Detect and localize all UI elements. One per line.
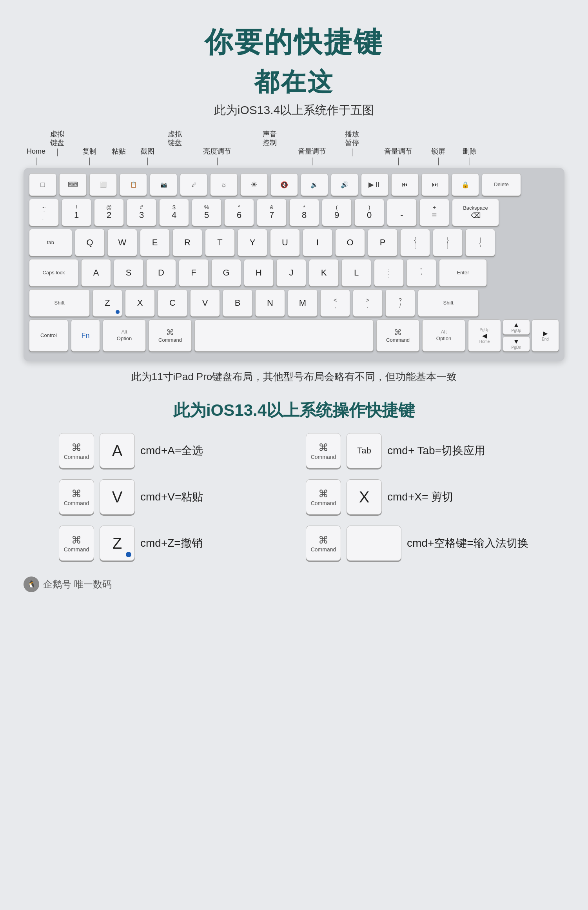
key-option-right[interactable]: Alt Option <box>422 319 465 352</box>
key-c[interactable]: C <box>158 289 187 317</box>
key-y[interactable]: Y <box>238 229 267 256</box>
key-play-pause[interactable]: ▶⏸ <box>361 173 388 196</box>
key-0[interactable]: )0 <box>354 199 384 226</box>
key-semicolon[interactable]: :; <box>374 259 404 286</box>
key-fn[interactable]: Fn <box>71 319 100 352</box>
key-1[interactable]: !1 <box>62 199 91 226</box>
main-title: 你要的快捷键 <box>24 24 564 61</box>
key-a[interactable]: A <box>81 259 111 286</box>
key-l[interactable]: L <box>341 259 371 286</box>
key-2[interactable]: @2 <box>94 199 124 226</box>
key-4[interactable]: $4 <box>159 199 189 226</box>
key-down[interactable]: ▼PgDn <box>503 336 530 352</box>
key-n[interactable]: N <box>255 289 285 317</box>
key-i[interactable]: I <box>303 229 332 256</box>
key-option-left[interactable]: Alt Option <box>103 319 146 352</box>
sc-key-cmd-5[interactable]: ⌘ Command <box>59 526 94 561</box>
key-lock[interactable]: 🔒 <box>452 173 479 196</box>
label-sound: 声音 控制 <box>263 130 277 156</box>
key-t[interactable]: T <box>205 229 235 256</box>
shortcut-cmd-a: ⌘ Command A cmd+A=全选 <box>59 433 282 468</box>
key-shift-left[interactable]: Shift <box>29 289 90 317</box>
key-prev-track[interactable]: ⏮ <box>391 173 419 196</box>
shortcut-cmd-v: ⌘ Command V cmd+V=粘贴 <box>59 479 282 515</box>
key-minus[interactable]: —- <box>387 199 417 226</box>
key-tilde[interactable]: ~ ` 、 <box>29 199 59 226</box>
key-control[interactable]: Control <box>29 319 68 352</box>
key-u[interactable]: U <box>270 229 300 256</box>
sc-key-x[interactable]: X <box>347 479 382 515</box>
key-s[interactable]: S <box>114 259 143 286</box>
key-f[interactable]: F <box>179 259 209 286</box>
key-9[interactable]: (9 <box>322 199 352 226</box>
key-j[interactable]: J <box>276 259 306 286</box>
key-end[interactable]: ▶ End <box>532 319 559 352</box>
sc-key-cmd-4[interactable]: ⌘ Command <box>306 479 341 515</box>
key-quote[interactable]: "' <box>407 259 436 286</box>
key-e[interactable]: E <box>140 229 170 256</box>
key-next-track[interactable]: ⏭ <box>421 173 449 196</box>
key-enter[interactable]: Enter <box>439 259 487 286</box>
sc-desc-z: cmd+Z=撤销 <box>140 536 203 551</box>
key-brightness-down[interactable]: ☼ <box>210 173 238 196</box>
sc-key-cmd-2[interactable]: ⌘ Command <box>306 433 341 468</box>
key-paste[interactable]: 📋 <box>120 173 147 196</box>
label-home: Home <box>27 147 45 165</box>
key-p[interactable]: P <box>368 229 397 256</box>
key-capslock[interactable]: Caps lock <box>29 259 78 286</box>
key-z[interactable]: Z <box>93 289 122 317</box>
sc-key-cmd-3[interactable]: ⌘ Command <box>59 479 94 515</box>
key-comma[interactable]: <, <box>320 289 350 317</box>
key-rbracket[interactable]: }] <box>433 229 463 256</box>
key-r[interactable]: R <box>172 229 202 256</box>
sc-key-v[interactable]: V <box>100 479 135 515</box>
key-q[interactable]: Q <box>75 229 105 256</box>
key-backspace[interactable]: Backspace ⌫ <box>452 199 499 226</box>
key-screenshot[interactable]: 📷 <box>150 173 177 196</box>
key-spacebar[interactable] <box>194 319 374 352</box>
key-command-right[interactable]: ⌘ Command <box>376 319 419 352</box>
key-virtual-kb-1[interactable]: ⌨ <box>59 173 87 196</box>
key-w[interactable]: W <box>107 229 137 256</box>
key-slash[interactable]: ?/ <box>385 289 415 317</box>
key-shift-right[interactable]: Shift <box>418 289 479 317</box>
key-copy[interactable]: ⬜ <box>89 173 117 196</box>
key-mute[interactable]: 🔇 <box>270 173 298 196</box>
sc-key-tab[interactable]: Tab <box>347 433 382 468</box>
sc-key-space[interactable] <box>347 526 401 561</box>
key-v[interactable]: V <box>190 289 220 317</box>
label-play: 播放 暂停 <box>345 130 359 156</box>
key-delete-fn[interactable]: Delete <box>482 173 521 196</box>
key-8[interactable]: *8 <box>289 199 319 226</box>
key-k[interactable]: K <box>309 259 339 286</box>
key-o[interactable]: O <box>335 229 365 256</box>
key-home-nav[interactable]: PgUp ◀ Home <box>468 319 501 352</box>
key-d[interactable]: D <box>146 259 176 286</box>
key-vol-up[interactable]: 🔊 <box>331 173 358 196</box>
key-brightness-up[interactable]: ☀ <box>240 173 268 196</box>
key-period[interactable]: >. <box>353 289 383 317</box>
key-6[interactable]: ^6 <box>224 199 254 226</box>
sc-key-cmd-6[interactable]: ⌘ Command <box>306 526 341 561</box>
key-up[interactable]: ▲PgUp <box>503 319 530 335</box>
key-command-left[interactable]: ⌘ Command <box>149 319 192 352</box>
key-vol-down[interactable]: 🔉 <box>301 173 328 196</box>
key-m[interactable]: M <box>288 289 318 317</box>
key-backslash[interactable]: |\ <box>465 229 495 256</box>
label-copy: 复制 <box>82 147 96 165</box>
key-7[interactable]: &7 <box>257 199 287 226</box>
key-3[interactable]: #3 <box>127 199 156 226</box>
key-home[interactable]: □ <box>29 173 56 196</box>
key-g[interactable]: G <box>211 259 241 286</box>
sc-key-cmd-1[interactable]: ⌘ Command <box>59 433 94 468</box>
key-tab[interactable]: tab <box>29 229 72 256</box>
key-equals[interactable]: += <box>419 199 449 226</box>
key-b[interactable]: B <box>223 289 252 317</box>
sc-key-a[interactable]: A <box>100 433 135 468</box>
key-virtual-kb-2[interactable]: 🖊 <box>180 173 207 196</box>
key-lbracket[interactable]: {[ <box>400 229 430 256</box>
key-h[interactable]: H <box>244 259 274 286</box>
key-x[interactable]: X <box>125 289 155 317</box>
sc-key-z[interactable]: Z <box>100 526 135 561</box>
key-5[interactable]: %5 <box>192 199 221 226</box>
